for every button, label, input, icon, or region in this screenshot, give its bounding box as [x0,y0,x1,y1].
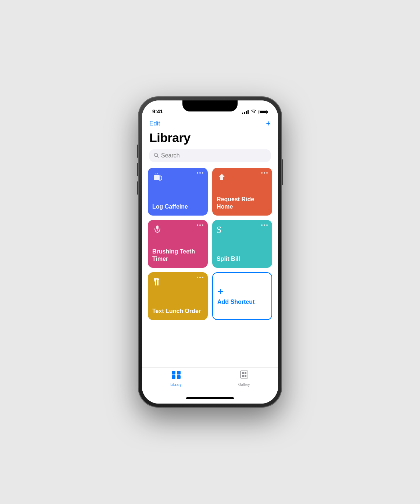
notch [182,100,238,111]
home-indicator [186,397,234,399]
tab-gallery-icon [240,370,248,381]
add-shortcut-label: Add Shortcut [217,299,255,305]
phone-frame: 9:41 [138,97,282,407]
status-time: 9:41 [152,108,163,114]
status-icons [242,109,268,114]
search-bar[interactable] [149,149,271,162]
svg-rect-9 [172,375,175,379]
card-more-text-lunch-order[interactable] [197,277,203,278]
card-icon-text-lunch-order [152,277,163,289]
svg-rect-10 [177,375,181,379]
tab-library-label: Library [170,383,182,387]
add-shortcut-card[interactable]: + Add Shortcut [212,272,272,320]
home-indicator-bar [142,397,278,404]
card-icon-brushing-teeth-timer [152,224,163,237]
svg-rect-13 [245,372,246,374]
tab-gallery[interactable]: Gallery [210,370,278,387]
shortcut-card-text-lunch-order[interactable]: Text Lunch Order [148,272,208,320]
search-input[interactable] [161,152,266,159]
svg-rect-7 [172,371,175,375]
card-icon-split-bill: $ [217,224,221,235]
svg-rect-14 [242,375,244,377]
shortcut-card-split-bill[interactable]: $ Split Bill [212,220,272,268]
card-label-text-lunch-order: Text Lunch Order [152,305,203,315]
card-label-split-bill: Split Bill [217,252,268,263]
tab-gallery-label: Gallery [238,383,250,387]
tab-bar: Library Galle [142,367,278,397]
battery-icon [259,110,268,114]
add-shortcut-plus-icon: + [217,286,223,297]
shortcuts-grid: Log Caffeine Request Ride [142,168,278,320]
card-more-request-ride-home[interactable] [261,172,268,174]
svg-rect-8 [177,371,181,375]
card-label-request-ride-home: Request Ride Home [217,193,268,210]
shortcut-card-request-ride-home[interactable]: Request Ride Home [212,168,272,216]
wifi-icon [251,109,256,114]
svg-rect-15 [245,375,246,377]
card-more-log-caffeine[interactable] [197,172,203,174]
main-content: Edit + Library [142,117,278,367]
shortcut-card-log-caffeine[interactable]: Log Caffeine [148,168,208,216]
search-icon [154,153,159,159]
card-icon-log-caffeine [152,172,163,185]
card-more-split-bill[interactable] [261,224,268,226]
page-title: Library [142,129,278,149]
bottom-section: Library Galle [142,367,278,404]
svg-rect-2 [154,175,160,180]
edit-button[interactable]: Edit [149,120,160,127]
svg-rect-11 [241,371,248,378]
card-icon-request-ride-home [217,172,227,185]
phone-screen: 9:41 [142,100,278,404]
add-shortcut-nav-button[interactable]: + [266,120,271,128]
tab-library-icon [171,370,181,381]
card-label-brushing-teeth-timer: Brushing Teeth Timer [152,245,203,263]
card-more-brushing-teeth-timer[interactable] [197,224,203,226]
shortcut-card-brushing-teeth-timer[interactable]: Brushing Teeth Timer [148,220,208,268]
card-label-log-caffeine: Log Caffeine [152,200,203,210]
tab-library[interactable]: Library [142,370,210,387]
svg-rect-12 [242,372,244,374]
signal-icon [242,110,249,114]
top-nav: Edit + [142,117,278,129]
svg-line-1 [157,156,159,157]
